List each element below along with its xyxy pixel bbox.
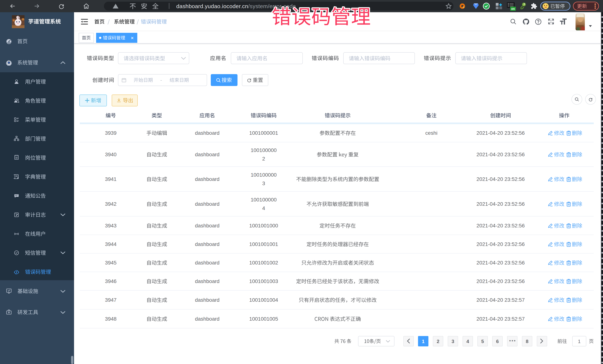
svg-text:on: on	[511, 7, 515, 10]
